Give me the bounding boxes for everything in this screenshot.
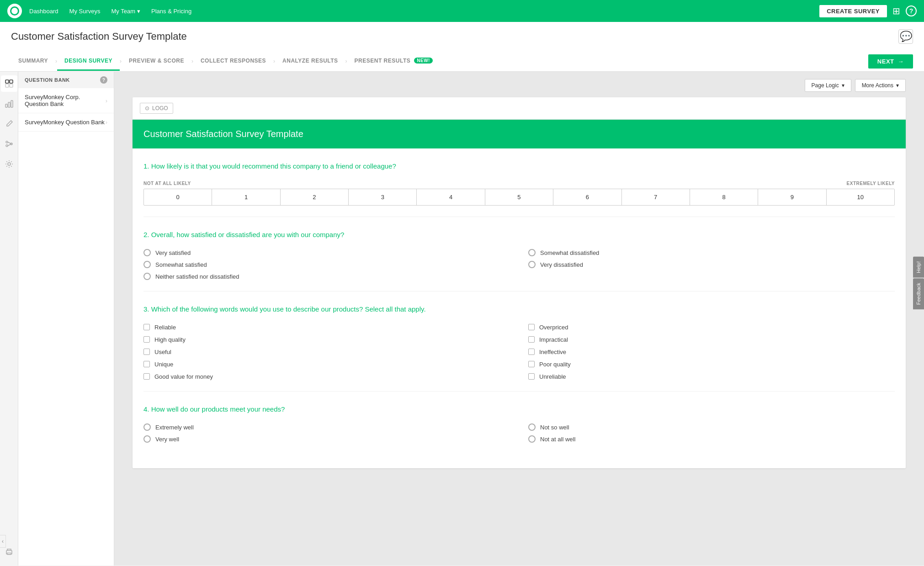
logo-placeholder[interactable]: ⊙ LOGO bbox=[140, 103, 173, 114]
chevron-right-icon: › bbox=[106, 119, 107, 126]
nps-cell-9[interactable]: 9 bbox=[758, 189, 826, 205]
radio-option-not-so-well[interactable]: Not so well bbox=[528, 423, 895, 431]
next-button[interactable]: NEXT → bbox=[868, 54, 913, 69]
question-4: 4. How well do our products meet your ne… bbox=[143, 391, 895, 454]
checkbox-useful[interactable]: Useful bbox=[143, 349, 510, 355]
svg-rect-1 bbox=[10, 80, 13, 83]
collapse-arrow-button[interactable]: ‹ bbox=[0, 535, 6, 548]
svg-point-7 bbox=[6, 141, 8, 143]
tab-analyze-results[interactable]: ANALYZE RESULTS bbox=[275, 52, 345, 71]
checkbox-reliable[interactable]: Reliable bbox=[143, 324, 510, 331]
checkbox bbox=[143, 349, 150, 355]
radio-option-very-well[interactable]: Very well bbox=[143, 435, 510, 443]
radio-circle bbox=[528, 423, 536, 431]
checkbox-unreliable[interactable]: Unreliable bbox=[528, 373, 895, 380]
new-badge: NEW! bbox=[413, 57, 434, 64]
grid-icon[interactable]: ⊞ bbox=[892, 5, 900, 16]
svg-rect-14 bbox=[7, 553, 11, 555]
radio-option-extremely-well[interactable]: Extremely well bbox=[143, 423, 510, 431]
nps-cell-2[interactable]: 2 bbox=[281, 189, 349, 205]
nps-labels: NOT AT ALL LIKELY EXTREMELY LIKELY bbox=[143, 181, 895, 186]
sidebar-icon-logic[interactable] bbox=[1, 136, 17, 152]
comment-icon: 💬 bbox=[900, 31, 912, 42]
top-navigation: Dashboard My Surveys My Team ▾ Plans & P… bbox=[0, 0, 924, 22]
nps-cell-5[interactable]: 5 bbox=[485, 189, 553, 205]
checkbox bbox=[528, 373, 535, 380]
radio-option-somewhat-dissatisfied[interactable]: Somewhat dissatisfied bbox=[528, 249, 895, 256]
checkbox bbox=[143, 324, 150, 330]
svg-point-12 bbox=[8, 163, 11, 165]
nps-cell-8[interactable]: 8 bbox=[690, 189, 758, 205]
radio-option-neither[interactable]: Neither satisfied nor dissatisfied bbox=[143, 273, 895, 280]
question-bank-help-icon[interactable]: ? bbox=[100, 76, 107, 84]
svg-point-8 bbox=[6, 145, 8, 147]
radio-circle bbox=[528, 435, 536, 443]
nav-plans-pricing[interactable]: Plans & Pricing bbox=[151, 8, 191, 15]
tab-collect-responses[interactable]: COLLECT RESPONSES bbox=[193, 52, 273, 71]
question-bank-item-sm[interactable]: SurveyMonkey Question Bank › bbox=[18, 113, 114, 132]
tab-design-survey[interactable]: DESIGN SURVEY bbox=[57, 52, 120, 71]
nps-cell-10[interactable]: 10 bbox=[827, 189, 894, 205]
checkbox-ineffective[interactable]: Ineffective bbox=[528, 349, 895, 355]
sidebar-icon-edit[interactable] bbox=[1, 116, 17, 132]
nav-my-surveys[interactable]: My Surveys bbox=[69, 8, 101, 15]
radio-circle bbox=[528, 261, 536, 268]
page-logic-button[interactable]: Page Logic ▾ bbox=[805, 79, 851, 92]
checkbox bbox=[528, 349, 535, 355]
nav-links: Dashboard My Surveys My Team ▾ Plans & P… bbox=[29, 8, 819, 15]
radio-option-not-at-all-well[interactable]: Not at all well bbox=[528, 435, 895, 443]
checkbox bbox=[143, 373, 150, 380]
checkbox-impractical[interactable]: Impractical bbox=[528, 336, 895, 343]
radio-option-somewhat-satisfied[interactable]: Somewhat satisfied bbox=[143, 261, 510, 268]
more-actions-button[interactable]: More Actions ▾ bbox=[855, 79, 906, 92]
nps-cell-4[interactable]: 4 bbox=[417, 189, 485, 205]
radio-option-very-satisfied[interactable]: Very satisfied bbox=[143, 249, 510, 256]
logo[interactable] bbox=[7, 4, 22, 18]
nps-cell-7[interactable]: 7 bbox=[622, 189, 690, 205]
tab-summary[interactable]: SUMMARY bbox=[11, 52, 55, 71]
survey-title-bar: Customer Satisfaction Survey Template bbox=[133, 120, 906, 148]
comment-button[interactable]: 💬 bbox=[898, 29, 913, 44]
radio-circle bbox=[143, 261, 151, 268]
help-tab[interactable]: Help! bbox=[913, 257, 924, 278]
page-header: Customer Satisfaction Survey Template 💬 … bbox=[0, 22, 924, 72]
create-survey-button[interactable]: CREATE SURVEY bbox=[819, 5, 887, 17]
question-4-options: Extremely well Not so well Very well bbox=[143, 423, 895, 443]
survey-logo-bar: ⊙ LOGO bbox=[133, 97, 906, 120]
question-2: 2. Overall, how satisfied or dissatisfie… bbox=[143, 217, 895, 292]
svg-rect-5 bbox=[8, 102, 10, 107]
question-1: 1. How likely is it that you would recom… bbox=[143, 148, 895, 217]
nps-cell-6[interactable]: 6 bbox=[553, 189, 621, 205]
nps-cell-0[interactable]: 0 bbox=[144, 189, 212, 205]
checkbox-overpriced[interactable]: Overpriced bbox=[528, 324, 895, 331]
checkbox-poor-quality[interactable]: Poor quality bbox=[528, 361, 895, 368]
tab-preview-score[interactable]: PREVIEW & SCORE bbox=[122, 52, 191, 71]
nps-cell-1[interactable]: 1 bbox=[212, 189, 280, 205]
question-bank-panel: QUESTION BANK ? SurveyMonkey Corp. Quest… bbox=[18, 72, 114, 566]
nav-my-team[interactable]: My Team ▾ bbox=[112, 8, 141, 15]
checkbox-unique[interactable]: Unique bbox=[143, 361, 510, 368]
nps-cell-3[interactable]: 3 bbox=[349, 189, 417, 205]
dropdown-arrow-icon: ▾ bbox=[896, 82, 899, 89]
nps-scale: 0 1 2 3 4 5 6 7 8 9 10 bbox=[143, 189, 895, 206]
help-icon[interactable]: ? bbox=[906, 5, 917, 16]
survey-tabs: SUMMARY › DESIGN SURVEY › PREVIEW & SCOR… bbox=[11, 51, 441, 71]
feedback-tab[interactable]: Feedback bbox=[913, 278, 924, 309]
checkbox-high-quality[interactable]: High quality bbox=[143, 336, 510, 343]
question-bank-item-corp[interactable]: SurveyMonkey Corp. Question Bank › bbox=[18, 88, 114, 113]
radio-circle bbox=[143, 273, 151, 280]
sidebar-icon-question-bank[interactable] bbox=[1, 75, 17, 92]
checkbox bbox=[143, 361, 150, 367]
icon-sidebar bbox=[0, 72, 18, 566]
help-sidebar: Help! Feedback bbox=[913, 257, 924, 310]
logo-icon bbox=[10, 6, 19, 16]
checkbox-good-value[interactable]: Good value for money bbox=[143, 373, 510, 380]
checkbox bbox=[528, 361, 535, 367]
tab-present-results[interactable]: PRESENT RESULTS NEW! bbox=[347, 51, 441, 71]
sidebar-icon-analytics[interactable] bbox=[1, 95, 17, 112]
nav-dashboard[interactable]: Dashboard bbox=[29, 8, 58, 15]
image-icon: ⊙ bbox=[145, 105, 149, 111]
questions-container: 1. How likely is it that you would recom… bbox=[133, 148, 906, 468]
sidebar-icon-settings[interactable] bbox=[1, 156, 17, 172]
radio-option-very-dissatisfied[interactable]: Very dissatisfied bbox=[528, 261, 895, 268]
